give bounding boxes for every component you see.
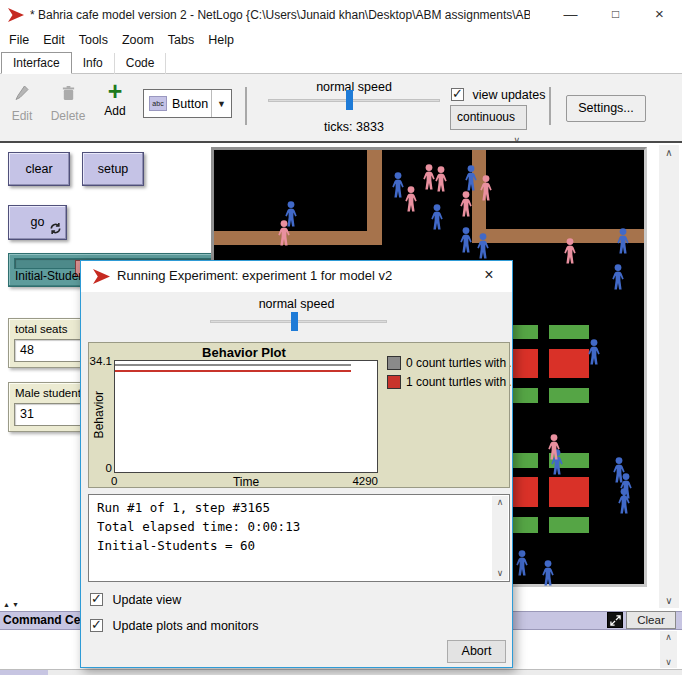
plus-icon: + xyxy=(98,79,132,103)
monitor-label: total seats xyxy=(15,323,67,335)
update-view-label: Update view xyxy=(112,593,181,607)
dialog-title: Running Experiment: experiment 1 for mod… xyxy=(117,261,392,291)
clear-button[interactable]: clear xyxy=(8,152,70,186)
toolbar-separator xyxy=(245,87,247,125)
legend-entry: 0 count turtles with ... xyxy=(387,356,511,370)
plot-pen-line xyxy=(115,364,351,366)
dialog-close-icon[interactable]: × xyxy=(474,261,504,291)
plot-y-label: Behavior xyxy=(92,391,106,438)
interface-vertical-scrollbar[interactable]: ∧ ∨ xyxy=(659,145,679,608)
scroll-up-icon[interactable]: ∧ xyxy=(492,496,508,509)
close-button[interactable]: × xyxy=(637,0,682,30)
person-female xyxy=(458,191,474,217)
person-female xyxy=(276,220,292,246)
speed-slider-handle[interactable] xyxy=(346,90,353,110)
seat-taken xyxy=(549,349,589,378)
update-plots-checkbox[interactable] xyxy=(90,619,103,632)
scroll-up-icon[interactable]: ∧ xyxy=(660,631,677,643)
person-male xyxy=(610,264,626,290)
person-male xyxy=(586,339,602,365)
tab-strip: InterfaceInfoCode xyxy=(0,52,682,74)
scroll-down-icon[interactable]: ∨ xyxy=(660,656,677,668)
person-female xyxy=(562,238,578,264)
person-female xyxy=(403,186,419,212)
plot-x-max: 4290 xyxy=(338,475,378,487)
legend-swatch-icon xyxy=(387,375,401,389)
seat-free xyxy=(549,388,589,403)
update-plots-row: Update plots and monitors xyxy=(90,618,258,634)
output-line: Run #1 of 1, step #3165 xyxy=(97,498,489,517)
output-scrollbar[interactable]: ∧ ∨ xyxy=(492,496,508,580)
menu-file[interactable]: File xyxy=(2,30,36,50)
scroll-down-icon[interactable]: ∨ xyxy=(492,567,508,580)
tab-interface[interactable]: Interface xyxy=(1,52,72,74)
monitor-label: Male students xyxy=(15,387,87,399)
speed-slider-label: normal speed xyxy=(268,80,440,94)
ticks-counter: ticks: 3833 xyxy=(268,120,440,134)
widget-type-value: Button xyxy=(167,97,211,111)
legend-swatch-icon xyxy=(387,356,401,370)
add-button[interactable]: + Add xyxy=(98,79,132,118)
dialog-speed-handle[interactable] xyxy=(291,312,298,331)
dialog-speed-track[interactable] xyxy=(210,320,387,323)
menu-help[interactable]: Help xyxy=(201,30,241,50)
person-male xyxy=(463,165,479,191)
go-button[interactable]: go xyxy=(8,205,67,240)
person-female xyxy=(546,434,562,460)
menu-bar: FileEditToolsZoomTabsHelp xyxy=(0,30,682,52)
view-updates-checkbox[interactable] xyxy=(451,88,464,101)
toolbar-separator xyxy=(549,87,551,125)
update-view-checkbox[interactable] xyxy=(90,593,103,606)
person-male xyxy=(475,233,491,259)
plot-y-min: 0 xyxy=(101,462,112,474)
output-line: Initial-Students = 60 xyxy=(97,536,489,555)
widget-type-dropdown[interactable]: abc Button ▼ xyxy=(143,89,232,118)
menu-edit[interactable]: Edit xyxy=(36,30,72,50)
scroll-up-icon[interactable]: ∧ xyxy=(659,145,679,160)
settings-button[interactable]: Settings... xyxy=(566,95,646,122)
dialog-title-bar: Running Experiment: experiment 1 for mod… xyxy=(81,261,512,292)
abort-button[interactable]: Abort xyxy=(447,640,506,663)
update-mode-value: continuous xyxy=(457,110,515,124)
tab-code[interactable]: Code xyxy=(115,53,167,74)
legend-label: 1 count turtles with ... xyxy=(406,375,511,389)
window-title: * Bahria cafe model version 2 - NetLogo … xyxy=(30,8,530,22)
minimize-button[interactable]: — xyxy=(548,0,593,30)
menu-tabs[interactable]: Tabs xyxy=(161,30,201,50)
experiment-output: Run #1 of 1, step #3165Total elapsed tim… xyxy=(88,494,510,582)
output-text: Run #1 of 1, step #3165Total elapsed tim… xyxy=(97,498,489,555)
legend-label: 0 count turtles with ... xyxy=(406,356,511,370)
netlogo-window: * Bahria cafe model version 2 - NetLogo … xyxy=(0,0,682,675)
netlogo-icon xyxy=(93,269,110,284)
person-female xyxy=(433,166,449,192)
trash-icon xyxy=(61,85,76,102)
observer-strip xyxy=(0,670,48,675)
monitor-value: 48 xyxy=(14,339,90,362)
speed-slider-track[interactable] xyxy=(268,99,440,102)
update-mode-dropdown[interactable]: continuous ∨ xyxy=(450,105,527,130)
scroll-down-icon[interactable]: ∨ xyxy=(659,593,679,608)
add-label: Add xyxy=(98,104,132,118)
expand-icon[interactable] xyxy=(607,612,623,628)
tab-info[interactable]: Info xyxy=(72,53,115,74)
setup-button[interactable]: setup xyxy=(82,152,144,186)
legend-entry: 1 count turtles with ... xyxy=(387,375,511,389)
plot-area xyxy=(114,360,378,473)
maximize-button[interactable]: □ xyxy=(593,0,638,30)
pencil-icon xyxy=(15,85,29,102)
plot-pen-line xyxy=(115,370,351,372)
splitter-arrows-icon[interactable]: ▲▼ xyxy=(3,601,21,608)
edit-button[interactable]: Edit xyxy=(6,85,38,123)
seat-free xyxy=(549,325,589,339)
command-center-scrollbar[interactable]: ∧ ∨ xyxy=(660,631,677,668)
seat-free xyxy=(549,517,589,533)
command-center-clear-button[interactable]: Clear xyxy=(626,611,676,629)
behavior-plot: Behavior Plot 34.1 0 Behavior 0 Time 429… xyxy=(88,342,510,488)
forever-icon xyxy=(49,222,62,235)
delete-button[interactable]: Delete xyxy=(48,85,88,123)
plot-title: Behavior Plot xyxy=(89,345,399,360)
menu-tools[interactable]: Tools xyxy=(72,30,115,50)
menu-zoom[interactable]: Zoom xyxy=(115,30,161,50)
person-male xyxy=(616,488,632,514)
delete-label: Delete xyxy=(48,109,88,123)
